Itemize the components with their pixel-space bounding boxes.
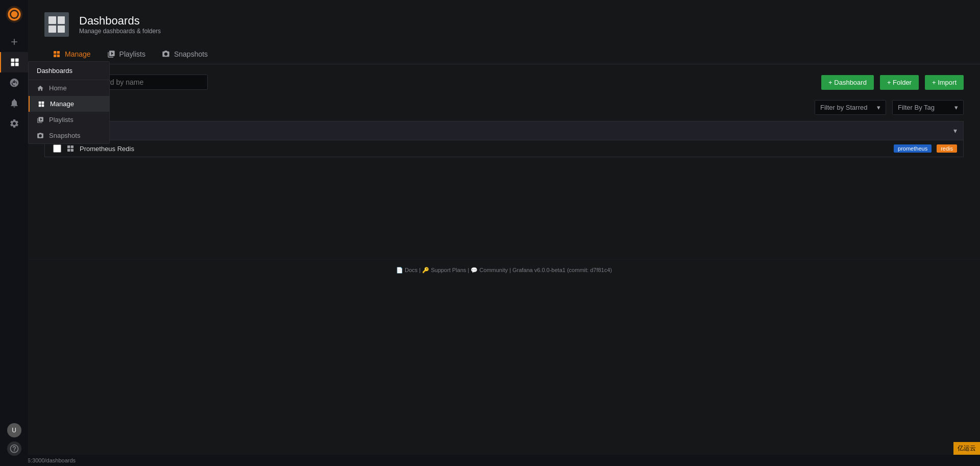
svg-rect-3 <box>11 63 14 66</box>
sidebar-bottom: U <box>7 423 21 456</box>
sidebar-item-configuration[interactable] <box>0 113 28 134</box>
tag-redis[interactable]: redis <box>937 144 957 153</box>
dashboard-name[interactable]: Prometheus Redis <box>80 145 889 153</box>
sidebar-item-alerting[interactable] <box>0 93 28 113</box>
svg-rect-9 <box>54 51 56 54</box>
sidebar-item-dashboards[interactable] <box>0 52 28 72</box>
dropdown-menu-title: Dashboards <box>29 62 109 80</box>
filter-row: Filter by Starred ▾ Filter By Tag ▾ <box>28 100 980 121</box>
page-header: Dashboards Manage dashboards & folders <box>28 0 980 45</box>
footer-community-icon: 💬 <box>471 267 479 273</box>
footer-support-icon: 🔑 <box>422 267 431 273</box>
footer-docs-icon: 📄 <box>396 267 405 273</box>
svg-rect-8 <box>42 104 44 107</box>
dashboard-row-prometheus-redis: Prometheus Redis prometheus redis <box>44 140 964 157</box>
chevron-down-icon-2: ▾ <box>954 104 958 111</box>
filter-by-starred[interactable]: Filter by Starred ▾ <box>815 100 886 115</box>
filter-tag-label: Filter By Tag <box>898 104 935 111</box>
page-title: Dashboards <box>79 14 161 28</box>
tab-manage-label: Manage <box>65 50 91 58</box>
footer-community-link[interactable]: Community <box>479 267 508 273</box>
watermark-text: 亿运云 <box>958 445 976 452</box>
new-dashboard-button[interactable]: + Dashboard <box>821 75 874 90</box>
page-header-text: Dashboards Manage dashboards & folders <box>79 14 161 35</box>
folder-chevron-icon: ▾ <box>953 127 957 135</box>
page-footer: 📄 Docs | 🔑 Support Plans | 💬 Community |… <box>28 259 980 281</box>
watermark: 亿运云 <box>953 442 980 455</box>
dropdown-item-home-label: Home <box>49 84 67 92</box>
folder-name: General <box>78 127 948 135</box>
filter-starred-label: Filter by Starred <box>820 104 867 111</box>
svg-rect-11 <box>54 55 56 57</box>
grafana-logo[interactable] <box>5 5 23 23</box>
dropdown-item-playlists[interactable]: Playlists <box>29 112 109 128</box>
dropdown-item-home[interactable]: Home <box>29 80 109 96</box>
svg-rect-5 <box>39 101 41 104</box>
folder-row-general[interactable]: General ▾ <box>44 121 964 140</box>
toolbar: + Dashboard + Folder + Import <box>28 64 980 100</box>
dashboard-checkbox[interactable] <box>53 144 61 153</box>
import-button[interactable]: + Import <box>925 75 964 90</box>
table-area: General ▾ Prometheus Redis prometheus re… <box>28 121 980 157</box>
tabs-bar: Manage Playlists Snapshots <box>28 45 980 64</box>
svg-rect-1 <box>11 59 14 62</box>
chevron-down-icon: ▾ <box>877 104 880 111</box>
sidebar: U <box>0 0 28 466</box>
dashboard-icon <box>66 144 75 153</box>
svg-rect-15 <box>67 149 70 152</box>
avatar[interactable]: U <box>7 423 21 437</box>
dropdown-item-snapshots[interactable]: Snapshots <box>29 128 109 143</box>
svg-rect-6 <box>42 101 44 104</box>
dropdown-item-playlists-label: Playlists <box>49 116 74 124</box>
tab-snapshots-label: Snapshots <box>174 50 208 58</box>
dropdown-item-manage[interactable]: Manage <box>29 96 109 112</box>
svg-rect-4 <box>15 63 18 66</box>
dropdown-item-snapshots-label: Snapshots <box>49 132 80 139</box>
tab-playlists-label: Playlists <box>119 50 145 58</box>
dashboards-dropdown-menu: Dashboards Home Manage Playlists Snapsho… <box>28 61 110 144</box>
new-folder-button[interactable]: + Folder <box>880 75 919 90</box>
page-subtitle: Manage dashboards & folders <box>79 28 161 35</box>
status-bar: 10.0.0.216:3000/dashboards <box>0 455 980 466</box>
svg-rect-14 <box>71 145 74 148</box>
svg-rect-7 <box>39 104 41 107</box>
tab-snapshots[interactable]: Snapshots <box>154 45 216 64</box>
footer-version: Grafana v6.0.0-beta1 (commit: d7f81c4) <box>512 267 612 273</box>
sidebar-item-explore[interactable] <box>0 72 28 93</box>
sidebar-item-help[interactable] <box>7 442 21 456</box>
svg-rect-13 <box>67 145 70 148</box>
dropdown-item-manage-label: Manage <box>50 100 74 108</box>
footer-docs-link[interactable]: Docs <box>405 267 418 273</box>
svg-rect-10 <box>57 51 60 54</box>
main-content: Dashboards Manage dashboards & folders M… <box>28 0 980 455</box>
page-header-icon <box>44 12 69 37</box>
sidebar-item-create[interactable] <box>0 32 28 52</box>
footer-support-link[interactable]: Support Plans <box>431 267 466 273</box>
filter-by-tag[interactable]: Filter By Tag ▾ <box>892 100 964 115</box>
svg-rect-12 <box>57 55 60 57</box>
svg-rect-2 <box>15 59 18 62</box>
tag-prometheus[interactable]: prometheus <box>894 144 932 153</box>
svg-rect-16 <box>71 149 74 152</box>
